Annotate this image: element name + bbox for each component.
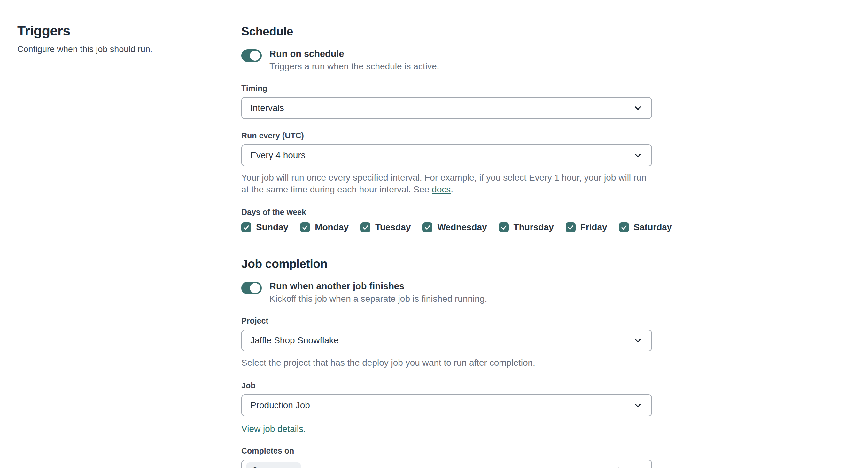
clear-all-icon[interactable]	[612, 466, 621, 468]
day-checkbox-monday[interactable]: Monday	[300, 222, 349, 232]
chevron-down-icon	[633, 150, 643, 160]
run-every-help-text: Your job will run once every specified i…	[241, 171, 647, 195]
check-icon	[567, 224, 574, 231]
day-label: Friday	[580, 222, 607, 232]
triggers-form: Schedule Run on schedule Triggers a run …	[241, 25, 652, 468]
check-icon	[621, 224, 627, 231]
schedule-section-heading: Schedule	[241, 25, 652, 38]
run-on-schedule-description: Triggers a run when the schedule is acti…	[270, 61, 439, 72]
timing-select[interactable]: Intervals	[241, 97, 652, 119]
job-completion-section-heading: Job completion	[241, 257, 652, 271]
job-label: Job	[241, 381, 652, 390]
completes-on-label: Completes on	[241, 446, 652, 456]
checkbox-checked	[361, 222, 370, 232]
run-every-select[interactable]: Every 4 hours	[241, 145, 652, 166]
run-when-job-finishes-toggle[interactable]	[241, 282, 262, 294]
day-checkbox-tuesday[interactable]: Tuesday	[361, 222, 411, 232]
day-label: Thursday	[514, 222, 554, 232]
tag-success: Success	[246, 462, 301, 468]
docs-link[interactable]: docs	[432, 184, 451, 194]
help-text-suffix: .	[451, 184, 453, 194]
day-label: Sunday	[256, 222, 288, 232]
checkbox-checked	[241, 222, 251, 232]
checkbox-checked	[619, 222, 629, 232]
day-checkbox-thursday[interactable]: Thursday	[499, 222, 554, 232]
day-checkbox-sunday[interactable]: Sunday	[241, 222, 288, 232]
run-when-job-finishes-text: Run when another job finishes Kickoff th…	[270, 281, 487, 304]
run-on-schedule-label: Run on schedule	[270, 49, 439, 59]
check-icon	[500, 224, 507, 231]
check-icon	[424, 224, 431, 231]
run-every-select-value: Every 4 hours	[250, 150, 633, 160]
run-every-label: Run every (UTC)	[241, 131, 652, 141]
chevron-down-icon	[633, 335, 643, 346]
day-checkbox-wednesday[interactable]: Wednesday	[423, 222, 487, 232]
check-icon	[243, 224, 250, 231]
view-job-details-link[interactable]: View job details.	[241, 424, 306, 434]
timing-select-value: Intervals	[250, 103, 633, 113]
tag-label: Success	[252, 465, 283, 468]
day-label: Wednesday	[437, 222, 487, 232]
run-on-schedule-text: Run on schedule Triggers a run when the …	[270, 49, 439, 72]
checkbox-checked	[300, 222, 310, 232]
day-label: Tuesday	[375, 222, 411, 232]
job-select[interactable]: Production Job	[241, 395, 652, 416]
job-select-value: Production Job	[250, 400, 633, 410]
run-on-schedule-row: Run on schedule Triggers a run when the …	[241, 49, 652, 72]
day-label: Saturday	[634, 222, 672, 232]
chevron-down-icon	[633, 103, 643, 113]
checkbox-checked	[423, 222, 432, 232]
selected-tags: Success	[246, 462, 612, 468]
triggers-panel-intro: Triggers Configure when this job should …	[17, 23, 215, 54]
days-of-week-label: Days of the week	[241, 208, 652, 217]
day-label: Monday	[315, 222, 349, 232]
project-help-text: Select the project that has the deploy j…	[241, 357, 647, 369]
multiselect-controls	[612, 465, 643, 468]
chevron-down-icon	[633, 400, 643, 410]
page-subtitle: Configure when this job should run.	[17, 44, 215, 54]
project-select[interactable]: Jaffle Shop Snowflake	[241, 330, 652, 351]
day-checkbox-friday[interactable]: Friday	[566, 222, 607, 232]
check-icon	[302, 224, 308, 231]
page-title: Triggers	[17, 23, 215, 39]
chevron-down-icon[interactable]	[633, 465, 643, 468]
run-when-job-finishes-label: Run when another job finishes	[270, 281, 487, 291]
checkbox-checked	[566, 222, 576, 232]
day-checkbox-saturday[interactable]: Saturday	[619, 222, 672, 232]
run-when-job-finishes-row: Run when another job finishes Kickoff th…	[241, 281, 652, 304]
check-icon	[362, 224, 369, 231]
run-when-job-finishes-description: Kickoff this job when a separate job is …	[270, 294, 487, 304]
run-on-schedule-toggle[interactable]	[241, 49, 262, 62]
completes-on-multiselect[interactable]: Success	[241, 460, 652, 468]
project-label: Project	[241, 316, 652, 325]
toggle-knob	[250, 51, 260, 61]
project-select-value: Jaffle Shop Snowflake	[250, 335, 633, 346]
toggle-knob	[250, 283, 260, 293]
checkbox-checked	[499, 222, 509, 232]
days-of-week-row: Sunday Monday Tuesday Wednesday Thursday…	[241, 222, 652, 232]
timing-label: Timing	[241, 84, 652, 93]
